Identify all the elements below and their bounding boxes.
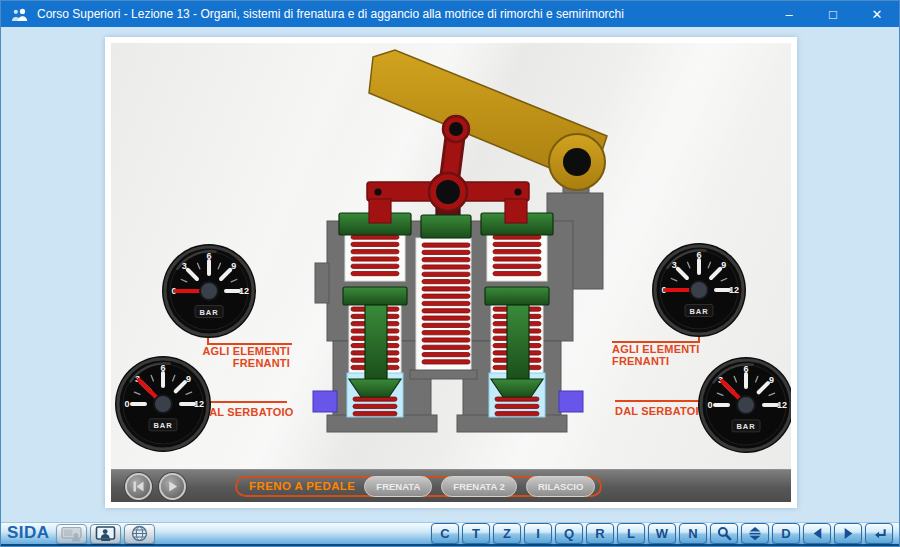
presentation-button[interactable] [56, 524, 87, 544]
svg-text:9: 9 [769, 375, 774, 385]
svg-text:12: 12 [239, 286, 249, 296]
svg-text:BAR: BAR [153, 421, 172, 430]
right-mid-cap [485, 287, 549, 305]
left-mid-cap [343, 287, 407, 305]
left-valve-stem [365, 305, 387, 381]
svg-text:9: 9 [721, 260, 726, 270]
central-piston-cap [421, 215, 471, 238]
toolbar-next-button[interactable] [834, 523, 862, 544]
toolbar-key-r[interactable]: R [586, 523, 614, 544]
gauge-top-left: 036912BAR [162, 244, 256, 338]
left-inlet-port [313, 391, 337, 412]
toolbar-key-w[interactable]: W [648, 523, 676, 544]
window-title: Corso Superiori - Lezione 13 - Organi, s… [37, 7, 624, 21]
next-icon [842, 527, 855, 540]
close-button[interactable]: ✕ [855, 1, 899, 27]
toolbar-key-z[interactable]: Z [493, 523, 521, 544]
tab-rilascio[interactable]: RILASCIO [526, 476, 595, 497]
tab-frenata[interactable]: FRENATA [364, 476, 432, 497]
right-elements-label-1: AGLI ELEMENTI [612, 343, 700, 355]
svg-text:3: 3 [182, 261, 187, 271]
gauge-top-right: 036912BAR [652, 243, 746, 337]
svg-text:12: 12 [194, 399, 204, 409]
svg-text:6: 6 [160, 363, 165, 373]
svg-text:9: 9 [186, 374, 191, 384]
toolbar-key-c[interactable]: C [431, 523, 459, 544]
toolbar-key-d[interactable]: D [772, 523, 800, 544]
skip-to-start-icon [132, 480, 145, 493]
svg-text:9: 9 [231, 261, 236, 271]
svg-text:3: 3 [672, 260, 677, 270]
right-plinth [457, 415, 567, 432]
application-window: Corso Superiori - Lezione 13 - Organi, s… [0, 0, 900, 547]
presentation-icon [61, 526, 82, 542]
toolbar-keys: CTZIQRLWND [431, 523, 893, 544]
player-bar: FRENO A PEDALEFRENATAFRENATA 2RILASCIO [111, 469, 791, 502]
right-tank-label: DAL SERBATOIO [615, 405, 708, 417]
svg-text:6: 6 [743, 364, 748, 374]
left-plinth [327, 415, 437, 432]
video-call-icon [95, 526, 116, 542]
video-call-button[interactable] [90, 524, 121, 544]
svg-text:12: 12 [777, 400, 787, 410]
lesson-stage: AGLI ELEMENTI FRENANTI DAL SERBATOIO AGL… [111, 43, 791, 502]
search-icon [717, 526, 732, 541]
animation-tabs: FRENO A PEDALEFRENATAFRENATA 2RILASCIO [235, 476, 602, 497]
people-icon [11, 8, 29, 21]
gauge-bottom-left: 036912BAR [115, 356, 211, 452]
central-chamber-base [410, 370, 477, 379]
svg-text:6: 6 [696, 250, 701, 260]
stage-frame: AGLI ELEMENTI FRENANTI DAL SERBATOIO AGL… [105, 37, 797, 508]
toolbar-key-i[interactable]: I [524, 523, 552, 544]
window-controls: – □ ✕ [767, 1, 899, 27]
right-valve-stem [507, 305, 529, 381]
minimize-button[interactable]: – [767, 1, 811, 27]
brake-valve-diagram: AGLI ELEMENTI FRENANTI DAL SERBATOIO AGL… [111, 43, 791, 469]
right-elements-label-2: FRENANTI [612, 355, 669, 367]
tab-frenata-2[interactable]: FRENATA 2 [441, 476, 517, 497]
svg-text:BAR: BAR [199, 308, 218, 317]
bottom-toolbar: SIDA [1, 522, 899, 546]
left-elements-label-2: FRENANTI [233, 357, 290, 369]
toolbar-key-l[interactable]: L [617, 523, 645, 544]
toolbar-prev-button[interactable] [803, 523, 831, 544]
brake-pedal [369, 50, 607, 190]
left-tank-label: DAL SERBATOIO [201, 406, 294, 418]
right-inlet-port [559, 391, 583, 412]
previous-icon [811, 527, 824, 540]
toolbar-key-q[interactable]: Q [555, 523, 583, 544]
maximize-button[interactable]: □ [811, 1, 855, 27]
toolbar-key-n[interactable]: N [679, 523, 707, 544]
svg-text:0: 0 [707, 400, 712, 410]
svg-text:0: 0 [124, 399, 129, 409]
titlebar: Corso Superiori - Lezione 13 - Organi, s… [1, 1, 899, 27]
right-elements-connector [612, 334, 699, 342]
toolbar-updown-button[interactable] [741, 523, 769, 544]
body-left-tab [315, 263, 329, 303]
svg-text:12: 12 [729, 285, 739, 295]
gauge-bottom-right: 036912BAR [698, 357, 791, 453]
toolbar-enter-button[interactable] [865, 523, 893, 544]
sida-logo: SIDA [7, 523, 50, 543]
toolbar-search-button[interactable] [710, 523, 738, 544]
skip-to-start-button[interactable] [125, 473, 152, 500]
toolbar-key-t[interactable]: T [462, 523, 490, 544]
globe-icon [131, 525, 148, 542]
play-icon [166, 480, 179, 493]
globe-button[interactable] [124, 524, 155, 544]
svg-text:BAR: BAR [736, 422, 755, 431]
tab-freno-a-pedale[interactable]: FRENO A PEDALE [249, 480, 355, 492]
play-button[interactable] [159, 473, 186, 500]
enter-icon [872, 527, 887, 541]
left-elements-label-1: AGLI ELEMENTI [202, 345, 290, 357]
svg-text:BAR: BAR [689, 307, 708, 316]
svg-text:6: 6 [206, 251, 211, 261]
spinner-icon [748, 526, 762, 541]
